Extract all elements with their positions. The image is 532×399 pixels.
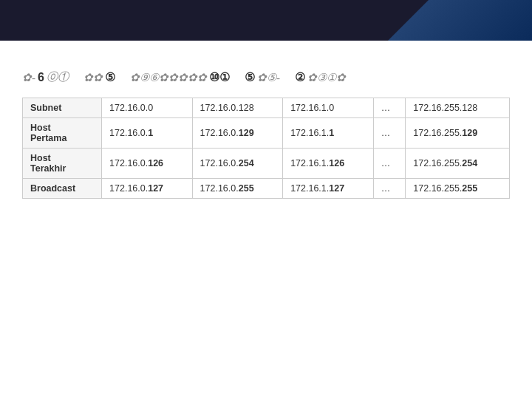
subtitle-item-2: ✿✿⑤ xyxy=(83,70,115,84)
subtitle-item-1: ✿-6⓪① xyxy=(22,70,69,84)
table-cell: 172.16.0.128 xyxy=(192,98,283,118)
subnet-table: Subnet172.16.0.0172.16.0.128172.16.1.0…1… xyxy=(22,98,510,199)
subtitle-row: ✿-6⓪① ✿✿⑤ ✿⑨⑥✿✿✿✿✿⑩① ⑤✿⑤- ②✿③①✿ xyxy=(22,70,510,84)
table-cell: 172.16.0.129 xyxy=(192,118,283,149)
table-row-label: Host Terakhir xyxy=(23,149,102,179)
subtitle-item-3: ✿⑨⑥✿✿✿✿✿⑩① xyxy=(130,70,230,84)
table-cell: 172.16.0.0 xyxy=(102,98,193,118)
table-row-label: Host Pertama xyxy=(23,118,102,149)
table-ellipsis: … xyxy=(373,149,406,179)
table-cell: 172.16.255.129 xyxy=(406,118,510,149)
table-cell: 172.16.0.255 xyxy=(192,179,283,199)
table-cell: 172.16.1.1 xyxy=(283,118,374,149)
table-row-label: Subnet xyxy=(23,98,102,118)
table-cell: 172.16.1.127 xyxy=(283,179,374,199)
table-ellipsis: … xyxy=(373,179,406,199)
subtitle-item-4: ⑤✿⑤- xyxy=(245,70,280,84)
subtitle-item-5: ②✿③①✿ xyxy=(295,70,346,84)
table-row-label: Broadcast xyxy=(23,179,102,199)
table-cell: 172.16.255.255 xyxy=(406,179,510,199)
main-content: ✿-6⓪① ✿✿⑤ ✿⑨⑥✿✿✿✿✿⑩① ⑤✿⑤- ②✿③①✿ Subnet17… xyxy=(0,41,532,399)
table-cell: 172.16.1.126 xyxy=(283,149,374,179)
table-cell: 172.16.0.126 xyxy=(102,149,193,179)
table-ellipsis: … xyxy=(373,118,406,149)
top-decoration xyxy=(384,0,532,44)
table-cell: 172.16.255.128 xyxy=(406,98,510,118)
table-cell: 172.16.0.127 xyxy=(102,179,193,199)
table-cell: 172.16.1.0 xyxy=(283,98,374,118)
table-ellipsis: … xyxy=(373,98,406,118)
table-cell: 172.16.0.1 xyxy=(102,118,193,149)
table-cell: 172.16.0.254 xyxy=(192,149,283,179)
table-cell: 172.16.255.254 xyxy=(406,149,510,179)
